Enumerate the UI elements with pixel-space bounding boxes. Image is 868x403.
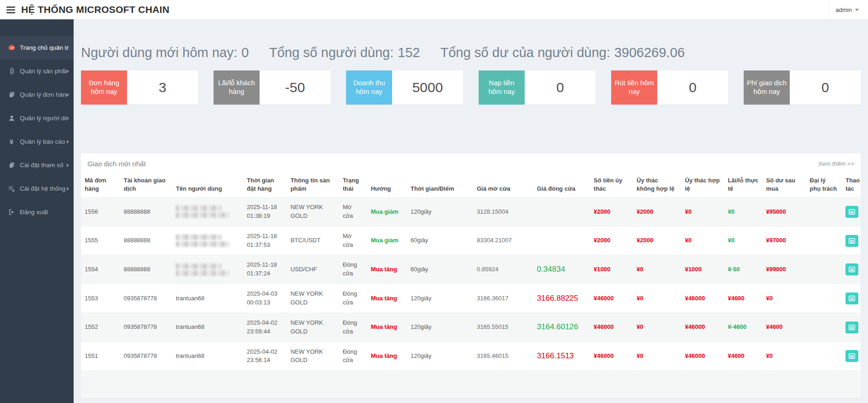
- table-row: 1554888888882025-11-1801:37:24USD/CHFĐón…: [81, 255, 861, 284]
- card-revenue-today: Doanh thu hôm nay 5000: [346, 70, 463, 105]
- menu-toggle-button[interactable]: [0, 0, 21, 19]
- top-header: HỆ THỐNG MICROSOFT CHAIN admin: [0, 0, 868, 19]
- cell-entrust-amount: ¥46000: [590, 284, 633, 313]
- chevron-right-icon: [67, 93, 69, 97]
- cell-direction: Mua tăng: [367, 284, 407, 313]
- column-header: Ủy thác hợp lệ: [681, 174, 724, 198]
- detail-icon: [849, 238, 855, 244]
- cell-status: Đóng cửa: [339, 284, 367, 313]
- card-fees-today: Phí giao dịch hôm nay 0: [744, 70, 861, 105]
- card-value: 3: [127, 70, 198, 105]
- sidebar-item-label: Quản lý đơn hàng: [20, 91, 67, 98]
- stat-label: Người dùng mới hôm nay:: [81, 45, 237, 60]
- detail-button[interactable]: [845, 206, 858, 218]
- sidebar-item-reports[interactable]: ¥ Quản lý báo cáo: [0, 130, 74, 153]
- cell-duration: 120giây: [407, 284, 473, 313]
- cell-open-price: 3128.15004: [473, 198, 533, 227]
- cell-order-id: 1553: [81, 284, 120, 313]
- stat-value: 3906269.06: [614, 45, 685, 60]
- sidebar-item-dashboard[interactable]: Trang chủ quản trị: [0, 36, 74, 59]
- sidebar-item-params[interactable]: Cài đặt tham số: [0, 153, 74, 177]
- cell-action: [842, 255, 861, 284]
- cell-account: 88888888: [120, 198, 172, 227]
- masked-text-bar: [176, 234, 222, 240]
- cell-balance-after: ¥99000: [762, 255, 806, 284]
- cell-invalid-entrust: ¥2000: [633, 226, 681, 255]
- detail-button[interactable]: [845, 321, 858, 333]
- card-value: -50: [260, 70, 330, 105]
- detail-button[interactable]: [845, 292, 858, 304]
- column-header: Giá đóng cửa: [533, 174, 590, 198]
- cell-status: Mở cửa: [339, 198, 367, 227]
- sidebar-item-system[interactable]: Cài đặt hệ thống: [0, 177, 74, 200]
- sidebar-item-label: Đăng xuất: [20, 209, 48, 216]
- cell-account: 88888888: [120, 226, 172, 255]
- masked-text-bar: [176, 212, 229, 218]
- column-header: Ủy thác không hợp lệ: [633, 174, 681, 198]
- sidebar-item-users[interactable]: Quản lý người dùng: [0, 106, 74, 130]
- cell-balance-after: ¥4600: [762, 313, 806, 342]
- stat-new-users: Người dùng mới hôm nay:0: [81, 45, 249, 60]
- cell-order-time: 2025-04-0223:56:14: [243, 342, 287, 371]
- sidebar-item-orders[interactable]: Quản lý đơn hàng: [0, 83, 74, 106]
- cell-status: Đóng cửa: [339, 342, 367, 371]
- sidebar-item-label: Quản lý báo cáo: [20, 138, 65, 145]
- cell-agent: [806, 313, 842, 342]
- cell-real-pnl: ¥0: [724, 198, 762, 227]
- cell-product: NEW YORK GOLD: [287, 198, 339, 227]
- cell-order-time: 2025-11-1801:38:19: [243, 198, 287, 227]
- table-row: 1556888888882025-11-1801:38:19NEW YORK G…: [81, 198, 861, 227]
- cell-invalid-entrust: ¥0: [633, 284, 681, 313]
- detail-button[interactable]: [845, 235, 858, 247]
- user-icon: [6, 115, 17, 122]
- cell-status: Đóng cửa: [339, 313, 367, 342]
- detail-button[interactable]: [845, 350, 858, 362]
- main-content: Người dùng mới hôm nay:0 Tổng số người d…: [74, 19, 868, 403]
- cell-entrust-amount: ¥46000: [590, 342, 633, 371]
- sidebar-item-products[interactable]: Quản lý sản phẩm: [0, 59, 74, 83]
- detail-icon: [849, 209, 855, 215]
- cell-order-id: 1552: [81, 313, 120, 342]
- caret-down-icon: [855, 9, 859, 11]
- user-menu[interactable]: admin: [828, 0, 868, 19]
- cell-real-pnl: ¥4600: [724, 284, 762, 313]
- sidebar-item-label: Quản lý sản phẩm: [20, 68, 67, 75]
- cell-balance-after: ¥95000: [762, 198, 806, 227]
- transactions-panel: Giao dịch mới nhất Xem thêm >> Mã đơn hà…: [81, 153, 861, 398]
- cell-username: trantuan68: [172, 313, 243, 342]
- cell-entrust-amount: ¥2000: [590, 198, 633, 227]
- see-more-link[interactable]: Xem thêm >>: [818, 160, 854, 167]
- cell-product: NEW YORK GOLD: [287, 313, 339, 342]
- cell-real-pnl: ¥-50: [724, 255, 762, 284]
- detail-icon: [849, 353, 855, 359]
- column-header: Thông tin sản phẩm: [287, 174, 339, 198]
- gears-icon: [6, 185, 17, 193]
- cell-agent: [806, 342, 842, 371]
- cell-product: BTC/USDT: [287, 226, 339, 255]
- cell-duration: 120giây: [407, 198, 473, 227]
- masked-text-bar: [176, 263, 222, 269]
- cell-close-price: 3166.1513: [533, 342, 590, 371]
- sidebar-item-label: Trang chủ quản trị: [20, 44, 69, 51]
- card-label: Rút tiền hôm nay: [611, 70, 657, 105]
- cell-agent: [806, 198, 842, 227]
- cell-valid-entrust: ¥0: [681, 226, 724, 255]
- cell-close-price: 3164.60126: [533, 313, 590, 342]
- stat-value: 152: [398, 45, 420, 60]
- sidebar-item-logout[interactable]: Đăng xuất: [0, 200, 74, 224]
- cell-action: [842, 342, 861, 371]
- detail-button[interactable]: [845, 263, 858, 275]
- masked-text-bar: [176, 270, 229, 276]
- cell-entrust-amount: ¥1000: [590, 255, 633, 284]
- sidebar-item-label: Cài đặt tham số: [20, 162, 64, 169]
- cell-account: 88888888: [120, 255, 172, 284]
- cell-invalid-entrust: ¥0: [633, 342, 681, 371]
- masked-text-bar: [176, 241, 229, 247]
- cell-direction: Mua giảm: [367, 198, 407, 227]
- cell-username-masked: [172, 255, 243, 284]
- card-value: 5000: [392, 70, 463, 105]
- masked-text-bar: [176, 205, 222, 211]
- column-header: Trạng thái: [339, 174, 367, 198]
- column-header: Hướng: [367, 174, 407, 198]
- params-icon: [6, 162, 17, 169]
